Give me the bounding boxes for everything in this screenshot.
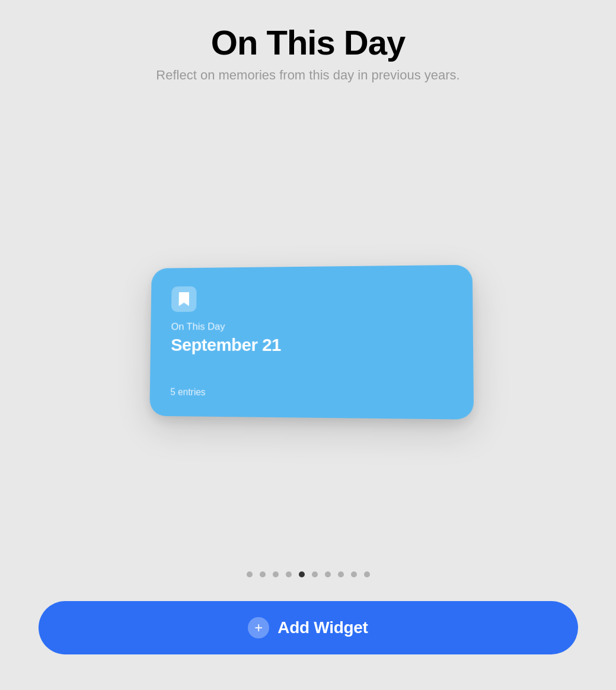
card-date: September 21 (171, 335, 451, 356)
header-section: On This Day Reflect on memories from thi… (156, 24, 459, 83)
page-title: On This Day (156, 24, 459, 62)
dot-9[interactable] (351, 571, 357, 577)
add-widget-button[interactable]: + Add Widget (39, 601, 578, 654)
card-label-section: On This Day September 21 (171, 321, 451, 356)
dot-1[interactable] (247, 571, 253, 577)
card-area: On This Day September 21 5 entries (0, 130, 616, 554)
widget-card[interactable]: On This Day September 21 5 entries (149, 265, 474, 420)
dot-10[interactable] (364, 571, 370, 577)
plus-circle-icon: + (248, 617, 269, 638)
page-subtitle: Reflect on memories from this day in pre… (156, 68, 459, 83)
dot-5-active[interactable] (299, 571, 305, 577)
pagination-dots (247, 571, 370, 577)
dot-8[interactable] (338, 571, 344, 577)
card-label: On This Day (171, 321, 451, 333)
dot-6[interactable] (312, 571, 318, 577)
add-widget-label: Add Widget (277, 618, 368, 637)
bookmark-svg-icon (178, 291, 190, 307)
card-entries: 5 entries (170, 387, 451, 400)
bookmark-icon (171, 286, 197, 312)
dot-3[interactable] (273, 571, 279, 577)
dot-2[interactable] (260, 571, 266, 577)
card-top: On This Day September 21 (171, 285, 451, 356)
dot-4[interactable] (286, 571, 292, 577)
dot-7[interactable] (325, 571, 331, 577)
